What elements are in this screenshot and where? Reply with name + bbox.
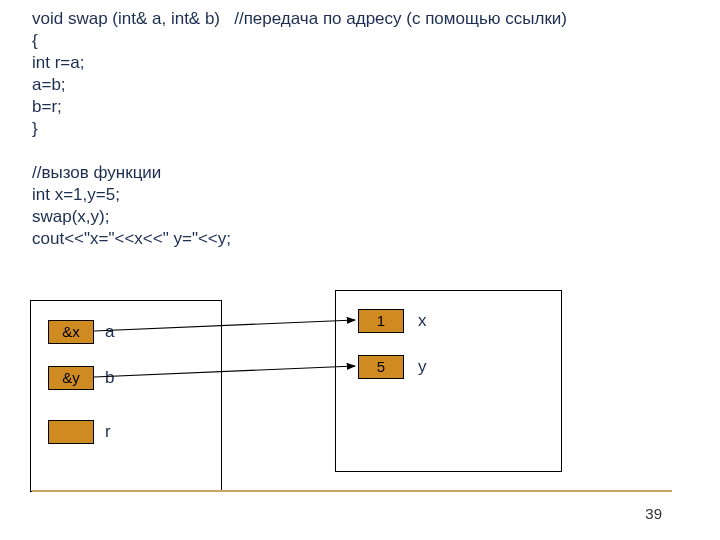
code-line: } — [32, 119, 38, 138]
label-x: x — [418, 311, 427, 331]
page-number: 39 — [645, 505, 662, 522]
code-line: int r=a; — [32, 53, 84, 72]
code-line: void swap (int& a, int& b) //передача по… — [32, 9, 567, 28]
code-line: { — [32, 31, 38, 50]
label-y: y — [418, 357, 427, 377]
cell-r — [48, 420, 94, 444]
cell-b: &y — [48, 366, 94, 390]
code-line: cout<<"x="<<x<<" y="<<y; — [32, 229, 231, 248]
cell-x: 1 — [358, 309, 404, 333]
code-line: b=r; — [32, 97, 62, 116]
code-line: //вызов функции — [32, 163, 161, 182]
code-line: a=b; — [32, 75, 66, 94]
footer-rule — [32, 490, 672, 492]
code-line: int x=1,y=5; — [32, 185, 120, 204]
cell-y: 5 — [358, 355, 404, 379]
label-r: r — [105, 422, 111, 442]
code-line: swap(x,y); — [32, 207, 109, 226]
cell-a: &x — [48, 320, 94, 344]
label-b: b — [105, 368, 114, 388]
code-block: void swap (int& a, int& b) //передача по… — [32, 8, 567, 250]
label-a: a — [105, 322, 114, 342]
